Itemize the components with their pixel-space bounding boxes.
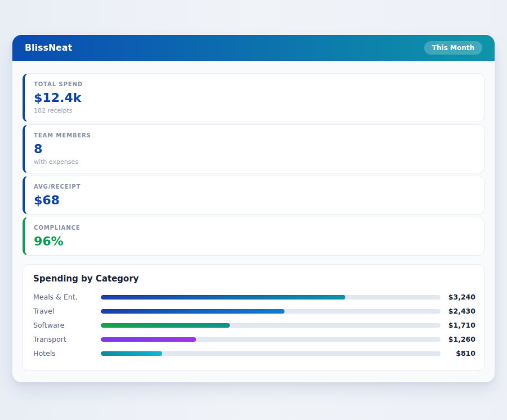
stat-card-compliance: COMPLIANCE 96% xyxy=(23,217,484,256)
period-badge[interactable]: This Month xyxy=(424,41,482,55)
stat-subtext: with expenses xyxy=(34,158,474,166)
category-amount: $1,710 xyxy=(441,321,475,329)
stat-value: 96% xyxy=(34,235,474,248)
stat-label: COMPLIANCE xyxy=(34,225,474,231)
category-label: Hotels xyxy=(33,349,101,358)
category-label: Meals & Ent. xyxy=(33,293,101,301)
category-row-travel: Travel $2,430 xyxy=(33,304,475,318)
category-amount: $2,430 xyxy=(441,307,475,315)
bar-fill xyxy=(101,337,196,342)
stat-value: 8 xyxy=(34,142,474,155)
stat-label: TEAM MEMBERS xyxy=(34,132,474,138)
dashboard-panel: BlissNeat This Month TOTAL SPEND $12.4k … xyxy=(12,35,495,382)
bar-track xyxy=(101,323,441,328)
section-title: Spending by Category xyxy=(33,274,475,284)
category-amount: $810 xyxy=(441,349,475,358)
stat-card-team-members: TEAM MEMBERS 8 with expenses xyxy=(23,124,484,173)
category-row-hotels: Hotels $810 xyxy=(33,346,475,360)
stat-subtext: 182 receipts xyxy=(34,107,474,114)
category-label: Transport xyxy=(33,335,101,343)
category-row-meals: Meals & Ent. $3,240 xyxy=(33,290,475,304)
bar-fill xyxy=(101,323,230,328)
bar-fill xyxy=(101,295,345,300)
category-amount: $1,260 xyxy=(441,335,475,343)
stat-label: TOTAL SPEND xyxy=(34,81,474,87)
bar-track xyxy=(101,309,441,314)
dashboard-content: TOTAL SPEND $12.4k 182 receipts TEAM MEM… xyxy=(12,61,495,382)
category-amount: $3,240 xyxy=(441,293,475,301)
app-header: BlissNeat This Month xyxy=(12,35,495,61)
bar-track xyxy=(101,351,441,356)
stat-value: $12.4k xyxy=(34,91,474,104)
category-row-software: Software $1,710 xyxy=(33,318,475,332)
bar-track xyxy=(101,337,441,342)
bar-fill xyxy=(101,309,284,314)
stat-value: $68 xyxy=(34,194,474,207)
category-label: Travel xyxy=(33,307,101,315)
category-label: Software xyxy=(33,321,101,329)
stat-card-avg-receipt: AVG/RECEIPT $68 xyxy=(23,176,484,215)
stat-card-total-spend: TOTAL SPEND $12.4k 182 receipts xyxy=(23,73,484,122)
stat-label: AVG/RECEIPT xyxy=(34,184,474,190)
app-title: BlissNeat xyxy=(25,43,72,53)
spending-by-category-card: Spending by Category Meals & Ent. $3,240… xyxy=(23,264,484,371)
bar-fill xyxy=(101,351,162,356)
bar-track xyxy=(101,295,441,300)
category-row-transport: Transport $1,260 xyxy=(33,332,475,346)
